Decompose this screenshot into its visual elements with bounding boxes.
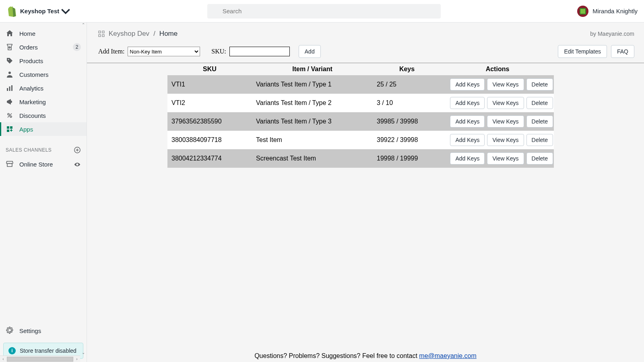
sidebar-item-online-store[interactable]: Online Store [0,157,87,172]
svg-rect-11 [99,31,101,33]
attribution: by Maeyanie.com [590,31,634,37]
cell-actions: Add KeysView KeysDelete [441,149,554,168]
svg-point-5 [8,113,9,115]
toolbar: Add Item: Non-Key Item SKU: Add Edit Tem… [87,43,644,63]
sidebar-item-analytics[interactable]: Analytics [0,81,87,95]
megaphone-icon [6,98,14,106]
sidebar-item-label: Discounts [19,112,46,119]
add-keys-button[interactable]: Add Keys [450,134,485,146]
cell-sku: 38004212334774 [167,149,252,168]
delete-button[interactable]: Delete [526,97,553,109]
delete-button[interactable]: Delete [526,115,553,128]
items-table: SKU Item / Variant Keys Actions VTI1Vari… [167,63,554,168]
sidebar-item-products[interactable]: Products [0,54,87,68]
table-row: 37963562385590Variants Test Item / Type … [167,112,554,131]
sidebar-item-home[interactable]: Home [0,27,87,40]
store-icon [6,160,14,169]
cell-item: Variants Test Item / Type 3 [252,112,373,131]
breadcrumb-app[interactable]: Keyshop Dev [109,30,149,38]
edit-templates-button[interactable]: Edit Templates [558,45,607,58]
scroll-left-icon[interactable]: ‹ [0,357,6,361]
svg-rect-8 [10,126,12,129]
table-row: 38004212334774Screencast Test Item19998 … [167,149,554,168]
add-keys-button[interactable]: Add Keys [450,115,485,128]
sidebar-item-customers[interactable]: Customers [0,68,87,81]
app-grid-icon [98,31,105,37]
cell-item: Screencast Test Item [252,149,373,168]
items-table-wrap: SKU Item / Variant Keys Actions VTI1Vari… [87,63,644,168]
topbar: Keyshop Test Miranda Knightly [0,0,644,23]
sidebar-item-label: Orders [19,44,38,51]
info-icon: i [8,347,16,354]
shopify-logo-icon [6,6,16,17]
add-channel-icon[interactable] [74,146,81,154]
svg-rect-2 [7,88,8,91]
scrollbar-thumb[interactable] [7,357,73,362]
brand: Keyshop Test [6,6,70,17]
store-name-text: Keyshop Test [20,8,59,14]
table-row: VTI2Variants Test Item / Type 23 / 10Add… [167,94,554,112]
discount-icon [6,111,14,119]
sidebar-item-label: Home [19,30,35,37]
orders-badge: 2 [73,43,81,51]
cell-keys: 25 / 25 [373,75,441,94]
cell-item: Variants Test Item / Type 2 [252,94,373,112]
delete-button[interactable]: Delete [526,134,553,146]
horizontal-scrollbar[interactable]: ‹ › [0,356,80,362]
sidebar-item-label: Analytics [19,85,43,92]
svg-rect-7 [7,126,9,129]
sku-input[interactable] [229,47,290,56]
sidebar-item-orders[interactable]: Orders 2 [0,40,87,54]
search-input[interactable] [207,4,441,19]
sidebar-item-label: Marketing [19,99,46,105]
content: Keyshop Dev / Home by Maeyanie.com Add I… [87,23,644,362]
table-header-row: SKU Item / Variant Keys Actions [167,63,554,75]
view-keys-button[interactable]: View Keys [487,115,524,128]
scroll-down-icon[interactable]: ⌄ [80,350,87,355]
add-button[interactable]: Add [299,45,321,58]
sidebar: ⌃ Home Orders 2 Products Customers Anal [0,23,87,362]
sidebar-item-apps[interactable]: Apps [0,122,87,136]
svg-rect-14 [102,35,104,37]
footer-email-link[interactable]: me@maeyanie.com [419,352,477,359]
svg-rect-4 [11,85,12,91]
store-switcher[interactable]: Keyshop Test [20,6,70,17]
svg-rect-12 [102,31,104,33]
sidebar-item-marketing[interactable]: Marketing [0,95,87,109]
delete-button[interactable]: Delete [526,78,553,90]
add-keys-button[interactable]: Add Keys [450,152,485,165]
user-menu[interactable]: Miranda Knightly [577,6,638,17]
sales-channels-header: SALES CHANNELS [0,140,87,157]
view-keys-button[interactable]: View Keys [487,97,524,109]
cell-actions: Add KeysView KeysDelete [441,75,554,94]
cell-item: Variants Test Item / Type 1 [252,75,373,94]
eye-icon[interactable] [74,161,81,168]
cell-sku: 38003884097718 [167,131,252,149]
sku-label: SKU: [211,48,226,55]
svg-rect-9 [7,130,9,132]
svg-rect-3 [9,86,10,91]
cell-sku: VTI2 [167,94,252,112]
sidebar-item-label: Products [19,58,43,64]
item-type-select[interactable]: Non-Key Item [128,47,200,56]
view-keys-button[interactable]: View Keys [487,134,524,146]
faq-button[interactable]: FAQ [611,45,634,58]
sidebar-item-label: Apps [19,126,33,133]
add-keys-button[interactable]: Add Keys [450,97,485,109]
add-keys-button[interactable]: Add Keys [450,78,485,90]
view-keys-button[interactable]: View Keys [487,152,524,165]
delete-button[interactable]: Delete [526,152,553,165]
cell-actions: Add KeysView KeysDelete [441,112,554,131]
table-row: 38003884097718Test Item39922 / 39998Add … [167,131,554,149]
view-keys-button[interactable]: View Keys [487,78,524,90]
footer-text: Questions? Problems? Suggestions? Feel f… [254,352,419,359]
sidebar-item-discounts[interactable]: Discounts [0,109,87,122]
breadcrumb: Keyshop Dev / Home [98,30,178,38]
breadcrumb-current: Home [159,30,178,38]
scroll-right-icon[interactable]: › [74,357,80,361]
search-wrap [70,4,577,19]
sidebar-item-settings[interactable]: Settings [0,322,87,339]
add-item-label: Add Item: [98,48,124,55]
cell-actions: Add KeysView KeysDelete [441,131,554,149]
settings-label: Settings [19,327,41,334]
